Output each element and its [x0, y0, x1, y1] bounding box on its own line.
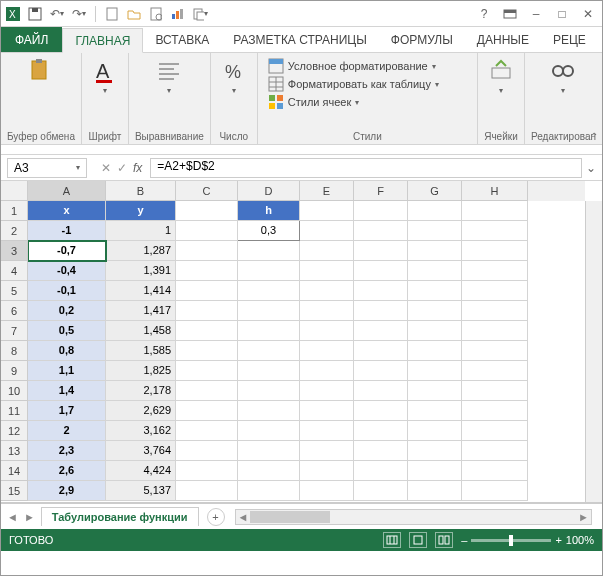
tab-insert[interactable]: ВСТАВКА: [143, 27, 221, 52]
row-header-4[interactable]: 4: [1, 261, 28, 281]
cell-D13[interactable]: [238, 441, 300, 461]
cell-D10[interactable]: [238, 381, 300, 401]
fx-icon[interactable]: fx: [133, 161, 142, 175]
find-button[interactable]: ▾: [531, 56, 596, 97]
cell-D5[interactable]: [238, 281, 300, 301]
cell-H3[interactable]: [462, 241, 528, 261]
paste-button[interactable]: [7, 56, 75, 86]
cell-F7[interactable]: [354, 321, 408, 341]
zoom-in-button[interactable]: +: [555, 534, 561, 546]
zoom-level[interactable]: 100%: [566, 534, 594, 546]
tab-data[interactable]: ДАННЫЕ: [465, 27, 541, 52]
cell-B11[interactable]: 2,629: [106, 401, 176, 421]
namebox-dropdown-icon[interactable]: ▾: [76, 163, 80, 172]
cell-H15[interactable]: [462, 481, 528, 501]
cell-D7[interactable]: [238, 321, 300, 341]
cell-A3[interactable]: -0,7: [28, 241, 106, 261]
vertical-scrollbar[interactable]: [585, 201, 602, 502]
col-header-H[interactable]: H: [462, 181, 528, 201]
cell-G6[interactable]: [408, 301, 462, 321]
cell-E10[interactable]: [300, 381, 354, 401]
cells-button[interactable]: ▾: [484, 56, 518, 97]
cell-C8[interactable]: [176, 341, 238, 361]
cell-B10[interactable]: 2,178: [106, 381, 176, 401]
cell-A12[interactable]: 2: [28, 421, 106, 441]
zoom-control[interactable]: – + 100%: [461, 534, 594, 546]
cell-F5[interactable]: [354, 281, 408, 301]
undo-icon[interactable]: ↶▾: [49, 6, 65, 22]
cell-A7[interactable]: 0,5: [28, 321, 106, 341]
cell-C15[interactable]: [176, 481, 238, 501]
cell-C2[interactable]: [176, 221, 238, 241]
row-header-3[interactable]: 3: [1, 241, 28, 261]
open-icon[interactable]: [126, 6, 142, 22]
cell-G7[interactable]: [408, 321, 462, 341]
formula-input[interactable]: =A2+$D$2: [150, 158, 582, 178]
cell-A15[interactable]: 2,9: [28, 481, 106, 501]
cell-B12[interactable]: 3,162: [106, 421, 176, 441]
normal-view-button[interactable]: [383, 532, 401, 548]
ribbon-options-button[interactable]: [500, 4, 520, 24]
cells-area[interactable]: xyh-110,3-0,71,287-0,41,391-0,11,4140,21…: [28, 201, 585, 502]
row-header-12[interactable]: 12: [1, 421, 28, 441]
cell-G11[interactable]: [408, 401, 462, 421]
number-button[interactable]: % ▾: [217, 56, 251, 97]
format-as-table-button[interactable]: Форматировать как таблицу▾: [268, 76, 467, 92]
cell-H2[interactable]: [462, 221, 528, 241]
cell-A13[interactable]: 2,3: [28, 441, 106, 461]
cell-A1[interactable]: x: [28, 201, 106, 221]
close-button[interactable]: ✕: [578, 4, 598, 24]
cell-H7[interactable]: [462, 321, 528, 341]
cell-F2[interactable]: [354, 221, 408, 241]
cell-G10[interactable]: [408, 381, 462, 401]
row-header-9[interactable]: 9: [1, 361, 28, 381]
cell-E12[interactable]: [300, 421, 354, 441]
help-button[interactable]: ?: [474, 4, 494, 24]
cell-F14[interactable]: [354, 461, 408, 481]
col-header-C[interactable]: C: [176, 181, 238, 201]
tab-formulas[interactable]: ФОРМУЛЫ: [379, 27, 465, 52]
paste-special-icon[interactable]: ▾: [192, 6, 208, 22]
cell-C11[interactable]: [176, 401, 238, 421]
cell-E2[interactable]: [300, 221, 354, 241]
cell-A14[interactable]: 2,6: [28, 461, 106, 481]
alignment-button[interactable]: ▾: [135, 56, 204, 97]
cell-F11[interactable]: [354, 401, 408, 421]
row-header-15[interactable]: 15: [1, 481, 28, 501]
row-header-2[interactable]: 2: [1, 221, 28, 241]
cell-D4[interactable]: [238, 261, 300, 281]
cell-A4[interactable]: -0,4: [28, 261, 106, 281]
cell-G5[interactable]: [408, 281, 462, 301]
horizontal-scrollbar[interactable]: ◄►: [235, 509, 592, 525]
minimize-button[interactable]: –: [526, 4, 546, 24]
cancel-formula-icon[interactable]: ✕: [101, 161, 111, 175]
cell-E7[interactable]: [300, 321, 354, 341]
row-header-7[interactable]: 7: [1, 321, 28, 341]
cell-B3[interactable]: 1,287: [106, 241, 176, 261]
cell-B4[interactable]: 1,391: [106, 261, 176, 281]
cell-G12[interactable]: [408, 421, 462, 441]
sheet-tab[interactable]: Табулирование функции: [41, 507, 199, 526]
row-header-6[interactable]: 6: [1, 301, 28, 321]
enter-formula-icon[interactable]: ✓: [117, 161, 127, 175]
add-sheet-button[interactable]: +: [207, 508, 225, 526]
cell-H9[interactable]: [462, 361, 528, 381]
collapse-ribbon-icon[interactable]: ⌃: [590, 131, 598, 142]
cell-D11[interactable]: [238, 401, 300, 421]
cell-G3[interactable]: [408, 241, 462, 261]
row-header-14[interactable]: 14: [1, 461, 28, 481]
cell-G13[interactable]: [408, 441, 462, 461]
cell-D2[interactable]: 0,3: [238, 221, 300, 241]
redo-icon[interactable]: ↷▾: [71, 6, 87, 22]
cell-G4[interactable]: [408, 261, 462, 281]
cell-C13[interactable]: [176, 441, 238, 461]
cell-H1[interactable]: [462, 201, 528, 221]
cell-C4[interactable]: [176, 261, 238, 281]
cell-E5[interactable]: [300, 281, 354, 301]
cell-A2[interactable]: -1: [28, 221, 106, 241]
row-header-13[interactable]: 13: [1, 441, 28, 461]
col-header-F[interactable]: F: [354, 181, 408, 201]
maximize-button[interactable]: □: [552, 4, 572, 24]
row-header-1[interactable]: 1: [1, 201, 28, 221]
cell-G1[interactable]: [408, 201, 462, 221]
